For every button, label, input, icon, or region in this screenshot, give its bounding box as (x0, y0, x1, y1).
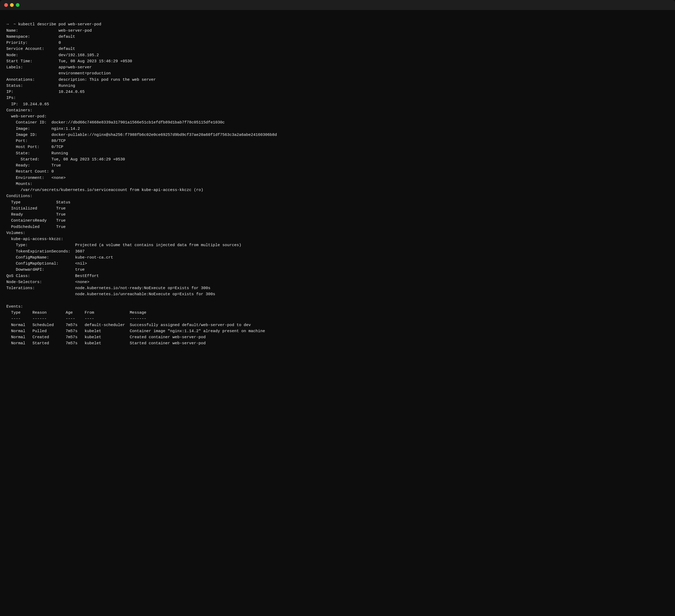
field-configmap-name: ConfigMapName: kube-root-ca.crt (6, 255, 113, 260)
maximize-button[interactable] (16, 3, 19, 7)
field-host-port: Host Port: 0/TCP (6, 145, 63, 149)
field-volume-type: Type: Projected (a volume that contains … (6, 243, 241, 248)
event-row-4: Normal Started 7m57s kubelet Started con… (6, 341, 206, 346)
field-restart-count: Restart Count: 0 (6, 169, 54, 174)
events-col-headers: Type Reason Age From Message (6, 311, 146, 315)
field-container-name: web-server-pod: (6, 114, 47, 119)
minimize-button[interactable] (10, 3, 14, 7)
event-row-3: Normal Created 7m57s kubelet Created con… (6, 335, 206, 340)
field-ready: Ready: True (6, 163, 61, 168)
field-conditions-header: Type Status (6, 200, 70, 205)
field-status: Status: Running (6, 84, 75, 88)
field-configmap-optional: ConfigMapOptional: <nil> (6, 261, 87, 266)
field-container-id: Container ID: docker://dbd66c74668e8339a… (6, 120, 225, 125)
field-tolerations-1: Tolerations: node.kubernetes.io/not-read… (6, 286, 210, 290)
field-state: State: Running (6, 151, 68, 156)
field-started: Started: Tue, 08 Aug 2023 15:46:29 +0530 (6, 157, 125, 162)
field-qos: QoS Class: BestEffort (6, 274, 99, 278)
field-pod-scheduled: PodScheduled True (6, 225, 66, 229)
field-conditions: Conditions: (6, 194, 32, 198)
field-mounts-path: /var/run/secrets/kubernetes.io/serviceac… (6, 188, 203, 192)
event-row-1: Normal Scheduled 7m57s default-scheduler… (6, 323, 251, 327)
field-tolerations-2: node.kubernetes.io/unreachable:NoExecute… (6, 292, 215, 296)
prompt-line: → ~ kubectl describe pod web-server-pod (6, 22, 101, 27)
field-node-selectors: Node-Selectors: <none> (6, 280, 89, 284)
field-name: Name: web-server-pod (6, 28, 92, 33)
field-initialized: Initialized True (6, 206, 66, 211)
events-header: Events: (6, 304, 23, 309)
field-ip-detail: IP: 10.244.0.65 (6, 102, 49, 107)
field-volumes: Volumes: (6, 231, 25, 235)
field-priority: Priority: 0 (6, 41, 61, 45)
field-labels: Labels: app=web-server (6, 65, 92, 70)
event-row-2: Normal Pulled 7m57s kubelet Container im… (6, 329, 265, 334)
field-namespace: Namespace: default (6, 35, 75, 39)
field-node: Node: dev/192.168.105.2 (6, 53, 99, 58)
field-environment: Environment: <none> (6, 176, 66, 180)
field-containers: Containers: (6, 108, 32, 113)
field-volume-name: kube-api-access-kkczc: (6, 237, 63, 242)
field-ready-cond: Ready True (6, 212, 66, 217)
title-bar (0, 0, 675, 10)
field-mounts: Mounts: (6, 182, 32, 186)
field-image: Image: nginx:1.14.2 (6, 127, 80, 131)
field-containers-ready: ContainersReady True (6, 218, 66, 223)
terminal-content: → ~ kubectl describe pod web-server-pod … (0, 10, 675, 355)
field-token-exp: TokenExpirationSeconds: 3607 (6, 249, 85, 254)
field-ips: IPs: (6, 96, 16, 100)
field-image-id: Image ID: docker-pullable://nginx@sha256… (6, 133, 277, 137)
field-start-time: Start Time: Tue, 08 Aug 2023 15:46:29 +0… (6, 59, 132, 64)
terminal-window: → ~ kubectl describe pod web-server-pod … (0, 0, 675, 616)
field-ip: IP: 10.244.0.65 (6, 90, 85, 94)
field-annotations: Annotations: description: This pod runs … (6, 78, 156, 82)
field-port: Port: 80/TCP (6, 139, 66, 143)
field-labels-env: environment=production (6, 71, 111, 76)
field-downward-api: DownwardAPI: true (6, 268, 85, 272)
events-dividers: ---- ------ ---- ---- ------- (6, 317, 146, 321)
field-service-account: Service Account: default (6, 47, 75, 51)
close-button[interactable] (4, 3, 8, 7)
